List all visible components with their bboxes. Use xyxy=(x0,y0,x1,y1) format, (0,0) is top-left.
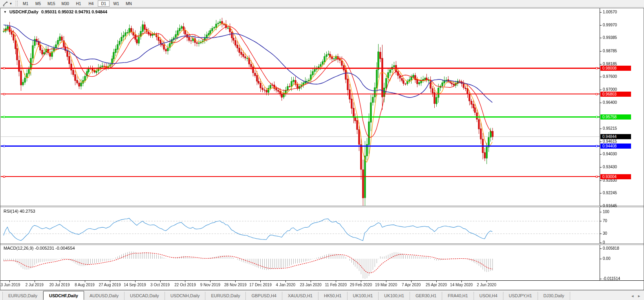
tab-scroll-right-icon[interactable]: ► xyxy=(637,294,641,298)
date-axis-label: 27 Aug 2019 xyxy=(99,283,121,287)
timeframe-button-m15[interactable]: M15 xyxy=(45,0,58,7)
price-axis-border xyxy=(600,8,600,280)
chart-tab-dj30-daily[interactable]: DJ30,Daily xyxy=(538,292,570,300)
chart-tab-eurusd-daily[interactable]: EURUSD,Daily xyxy=(205,292,246,300)
hline-price-tag[interactable]: 0.98008 xyxy=(600,66,631,71)
timeframe-button-m5[interactable]: M5 xyxy=(32,0,44,7)
chart-tab-eurusd-daily[interactable]: EURUSD,Daily xyxy=(2,292,43,300)
date-axis-tick xyxy=(135,281,135,282)
price-axis-tick xyxy=(600,12,602,13)
date-axis-label: 8 Aug 2019 xyxy=(75,283,95,287)
rsi-axis-label: 100 xyxy=(603,210,609,214)
chart-symbol-title[interactable]: ▼ USDCHF,Daily 0.95031 0.95032 0.94791 0… xyxy=(4,9,107,14)
date-axis-label: 2 Jul 2019 xyxy=(26,283,44,287)
date-axis-tick xyxy=(9,281,10,282)
chart-tab-usdcnh-daily[interactable]: USDCNH,Daily xyxy=(165,292,206,300)
price-axis-tick xyxy=(600,167,602,167)
hline-anchor-right[interactable] xyxy=(596,176,598,178)
price-axis-label: 0.97600 xyxy=(603,74,617,79)
price-axis-label: 0.92245 xyxy=(603,191,617,195)
date-axis-tick xyxy=(235,281,236,282)
chart-tab-xauusd-h1[interactable]: XAUUSD,H1 xyxy=(282,292,318,300)
date-axis-label: 11 Feb 2020 xyxy=(325,283,347,287)
toolbar-grip[interactable] xyxy=(16,1,18,6)
date-axis-label: 25 Apr 2020 xyxy=(426,283,447,287)
symbol-period-label: USDCHF,Daily xyxy=(9,9,38,14)
date-axis-border xyxy=(0,280,644,281)
chart-tab-ger30-h1[interactable]: GER30,H1 xyxy=(410,292,442,300)
chart-tab-uk100-h1[interactable]: UK100,H1 xyxy=(348,292,379,300)
price-chart-canvas[interactable] xyxy=(0,8,644,291)
date-axis-label: 22 Oct 2019 xyxy=(174,283,196,287)
date-axis-label: 9 Nov 2019 xyxy=(200,283,220,287)
hline-anchor-left[interactable] xyxy=(3,176,5,178)
chart-tab-usdjpy-h1[interactable]: USDJPY,H1 xyxy=(503,292,538,300)
price-axis-tick xyxy=(600,129,602,129)
timeframe-button-d1[interactable]: D1 xyxy=(98,0,110,7)
rsi-axis-tick xyxy=(600,212,602,212)
date-axis-tick xyxy=(110,281,110,282)
date-axis-label: 23 Jan 2020 xyxy=(300,283,322,287)
rsi-indicator-label: RSI(14) 40.2753 xyxy=(4,209,35,213)
price-axis-tick xyxy=(600,90,602,90)
chart-tab-audusd-daily[interactable]: AUDUSD,Daily xyxy=(84,292,124,300)
panel-separator-macd[interactable] xyxy=(0,243,644,245)
macd-axis-label: -0.011514 xyxy=(603,276,620,281)
chart-tab-fra40-h1[interactable]: FRA40,H1 xyxy=(442,292,474,300)
timeframe-button-w1[interactable]: W1 xyxy=(110,0,122,7)
panel-separator-rsi[interactable] xyxy=(0,206,644,207)
mt4-terminal: ▼ M1M5M15M30H1H4D1W1MN ▼ USDCHF,Daily 0.… xyxy=(0,0,644,300)
line-study-cursor-icon[interactable]: ▼ xyxy=(1,0,14,7)
chart-tab-usoil-h4[interactable]: USOil,H4 xyxy=(474,292,503,300)
hline-anchor-right[interactable] xyxy=(596,145,598,147)
hline-anchor-left[interactable] xyxy=(3,93,5,95)
chart-tab-usdcad-daily[interactable]: USDCAD,Daily xyxy=(124,292,165,300)
chart-tab-gbpusd-h4[interactable]: GBPUSD,H4 xyxy=(246,292,282,300)
price-axis-label: 0.99385 xyxy=(603,35,617,40)
tab-scroll-left-icon[interactable]: ◄ xyxy=(631,294,634,298)
timeframe-toolbar: ▼ M1M5M15M30H1H4D1W1MN xyxy=(0,0,644,7)
date-axis-tick xyxy=(160,281,161,282)
date-axis-tick xyxy=(60,281,60,282)
dropdown-caret-icon: ▼ xyxy=(9,2,13,6)
date-axis-label: 4 Jan 2020 xyxy=(276,283,296,287)
price-axis-tick xyxy=(600,25,602,26)
date-axis-tick xyxy=(411,281,412,282)
tab-scroll-arrows: ◄ ► xyxy=(631,292,641,300)
timeframe-button-h4[interactable]: H4 xyxy=(85,0,97,7)
price-axis-tick xyxy=(600,64,602,64)
hline-anchor-left[interactable] xyxy=(3,67,5,69)
hline-anchor-right[interactable] xyxy=(596,93,598,95)
hline-price-tag[interactable]: 0.95758 xyxy=(600,114,631,120)
date-axis-tick xyxy=(436,281,437,282)
timeframe-button-m30[interactable]: M30 xyxy=(59,0,71,7)
chart-tab-usdchf-daily[interactable]: USDCHF,Daily xyxy=(43,291,84,300)
hline-anchor-left[interactable] xyxy=(3,116,5,118)
date-axis-label: 28 Nov 2019 xyxy=(224,283,247,287)
rsi-axis-tick xyxy=(600,243,602,243)
date-axis-tick xyxy=(311,281,311,282)
date-axis-tick xyxy=(361,281,361,282)
hline-anchor-right[interactable] xyxy=(596,67,598,69)
date-axis-label: 19 Mar 2020 xyxy=(375,283,397,287)
date-axis-label: 13 Jun 2019 xyxy=(0,283,20,287)
timeframe-button-h1[interactable]: H1 xyxy=(73,0,84,7)
macd-axis-label: 0.00 xyxy=(603,256,610,261)
timeframe-button-m1[interactable]: M1 xyxy=(20,0,31,7)
hline-price-tag[interactable]: 0.96803 xyxy=(600,92,631,97)
chart-tab-uk100-h1[interactable]: UK100,H1 xyxy=(379,292,410,300)
hline-anchor-right[interactable] xyxy=(596,116,598,118)
collapse-arrow-icon[interactable]: ▼ xyxy=(4,10,7,14)
date-axis-label: 14 Sep 2019 xyxy=(124,283,146,287)
timeframe-buttons: M1M5M15M30H1H4D1W1MN xyxy=(19,0,135,7)
chart-window: ▼ USDCHF,Daily 0.95031 0.95032 0.94791 0… xyxy=(0,8,644,290)
timeframe-button-mn[interactable]: MN xyxy=(123,0,135,7)
chart-tab-hk50-h1[interactable]: HK50,H1 xyxy=(318,292,348,300)
hline-price-tag[interactable]: 0.93004 xyxy=(600,174,631,179)
date-axis-label: 14 May 2020 xyxy=(450,283,473,287)
ohlc-values: 0.95031 0.95032 0.94791 0.94844 xyxy=(41,9,107,14)
hline-price-tag[interactable]: 0.94408 xyxy=(600,144,631,149)
date-axis-label: 3 Oct 2019 xyxy=(150,283,170,287)
rsi-axis-label: 70 xyxy=(603,219,607,223)
hline-anchor-left[interactable] xyxy=(3,145,5,147)
